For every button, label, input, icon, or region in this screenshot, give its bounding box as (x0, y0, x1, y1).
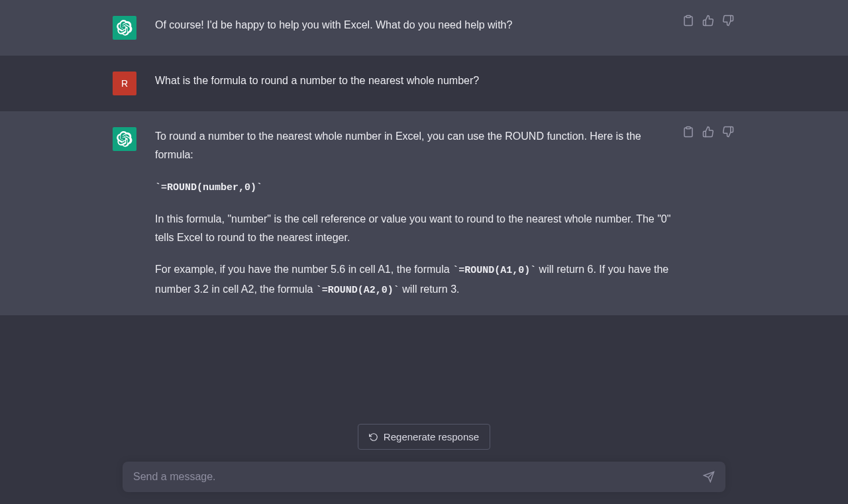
send-icon (703, 471, 715, 483)
message-text: What is the formula to round a number to… (155, 72, 676, 90)
message-row-user: R What is the formula to round a number … (0, 56, 848, 111)
thumbs-down-icon (722, 126, 734, 138)
text-fragment: For example, if you have the number 5.6 … (155, 264, 452, 275)
code-line: `=ROUND(number,0)` (155, 177, 676, 197)
regenerate-label: Regenerate response (384, 431, 479, 442)
message-row-assistant: To round a number to the nearest whole n… (0, 111, 848, 315)
inline-code: `=ROUND(number,0)` (155, 182, 262, 193)
thumbs-down-button[interactable] (721, 125, 735, 139)
message-content: To round a number to the nearest whole n… (155, 127, 735, 299)
regenerate-button[interactable]: Regenerate response (358, 424, 490, 450)
thumbs-up-button[interactable] (701, 13, 716, 28)
message-content: What is the formula to round a number to… (155, 72, 735, 95)
thumbs-down-button[interactable] (721, 13, 735, 28)
openai-logo-icon (117, 20, 132, 36)
user-initial: R (121, 78, 128, 89)
paragraph: For example, if you have the number 5.6 … (155, 260, 676, 299)
openai-logo-icon (117, 131, 132, 147)
thumbs-up-button[interactable] (701, 125, 716, 139)
inline-code: `=ROUND(A2,0)` (316, 285, 399, 296)
message-actions (681, 13, 735, 28)
message-actions (681, 125, 735, 139)
message-row-assistant: Of course! I'd be happy to help you with… (0, 0, 848, 56)
copy-button[interactable] (681, 125, 696, 139)
message-input-wrap[interactable] (123, 462, 725, 492)
assistant-avatar (113, 16, 136, 40)
message-text: Of course! I'd be happy to help you with… (155, 16, 676, 34)
thumbs-up-icon (702, 15, 714, 26)
svg-rect-1 (686, 127, 690, 129)
thumbs-down-icon (722, 15, 734, 26)
assistant-avatar (113, 127, 136, 151)
svg-rect-0 (686, 16, 690, 18)
paragraph: In this formula, "number" is the cell re… (155, 210, 676, 247)
conversation-scroll-area[interactable]: Of course! I'd be happy to help you with… (0, 0, 848, 405)
message-content: Of course! I'd be happy to help you with… (155, 16, 735, 40)
footer-area: Regenerate response (0, 405, 848, 504)
send-button[interactable] (703, 471, 715, 483)
user-avatar: R (113, 72, 136, 95)
copy-button[interactable] (681, 13, 696, 28)
clipboard-icon (682, 15, 694, 26)
clipboard-icon (682, 126, 694, 138)
message-input[interactable] (133, 471, 703, 483)
paragraph: To round a number to the nearest whole n… (155, 127, 676, 164)
text-fragment: will return 3. (399, 283, 460, 295)
refresh-icon (369, 432, 378, 442)
inline-code: `=ROUND(A1,0)` (452, 265, 536, 276)
thumbs-up-icon (702, 126, 714, 138)
